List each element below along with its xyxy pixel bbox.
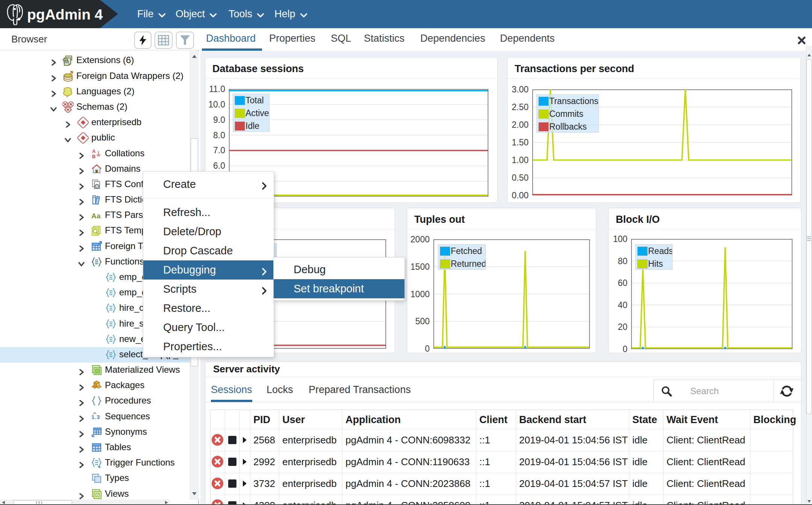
svg-text:a: a [97,212,101,220]
svg-text:A: A [91,212,97,220]
svg-text:1: 1 [91,414,94,420]
svg-text:A: A [92,148,96,154]
svg-text:.: . [95,414,96,420]
svg-text:3: 3 [97,414,100,420]
svg-text:B: B [92,154,95,159]
